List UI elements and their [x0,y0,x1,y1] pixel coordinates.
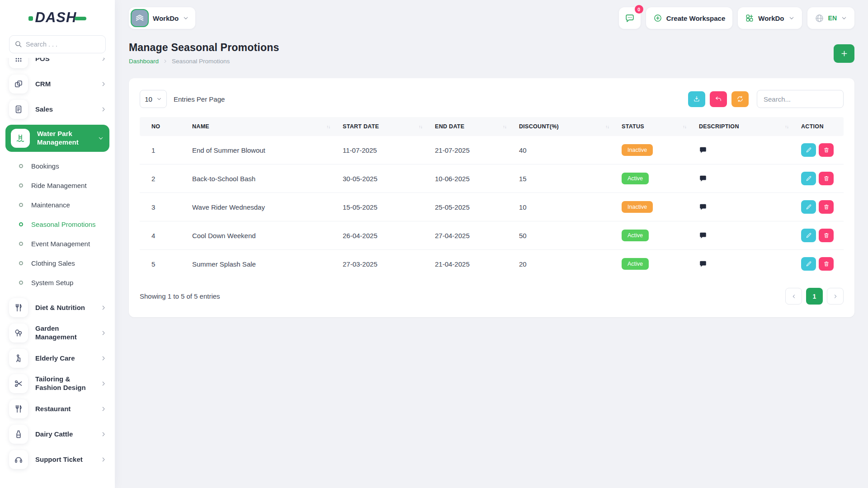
page-1-button[interactable]: 1 [806,288,823,305]
cell-start-date: 15-05-2025 [336,193,429,221]
sidebar-item-dairy-cattle[interactable]: Dairy Cattle [0,422,115,447]
sidebar-item-elderly-care[interactable]: Elderly Care [0,346,115,371]
chat-bubble-icon [625,13,635,23]
sidebar-item-support-ticket[interactable]: Support Ticket [0,447,115,472]
status-badge: Inactive [622,201,653,213]
export-button[interactable] [688,91,705,107]
status-badge: Active [622,230,649,241]
create-workspace-button[interactable]: Create Workspace [646,7,733,29]
edit-button[interactable] [801,229,816,242]
bullet-icon [19,281,23,285]
sort-icon: ↑↓ [419,124,422,129]
bullet-icon [19,203,23,207]
trash-icon [823,232,830,239]
entries-per-page-select[interactable]: 10 [140,90,167,108]
delete-button[interactable] [819,257,834,271]
delete-button[interactable] [819,200,834,214]
sidebar-item-sales[interactable]: Sales [0,97,115,122]
trash-icon [823,204,830,210]
bullet-icon [19,261,23,265]
edit-button[interactable] [801,143,816,157]
table-row: 2 Back-to-School Bash 30-05-2025 10-06-2… [140,164,844,193]
sidebar-item-garden-management[interactable]: Garden Management [0,320,115,346]
sidebar-item-diet-nutrition[interactable]: Diet & Nutrition [0,295,115,320]
column-header-start-date[interactable]: START DATE↑↓ [336,117,429,136]
account-menu[interactable]: WorkDo [738,7,802,29]
cell-no: 4 [140,221,186,250]
entries-per-page-label: Entries Per Page [174,95,225,103]
promotions-table: NO NAME↑↓ START DATE↑↓ END DATE↑↓ DISCOU… [140,117,844,278]
edit-button[interactable] [801,257,816,271]
cell-no: 2 [140,164,186,193]
chevron-down-icon [98,135,104,141]
topbar: WorkDo 0 Create Workspace WorkDo EN [129,0,854,32]
workspace-switcher[interactable]: WorkDo [129,7,195,29]
status-badge: Active [622,173,649,184]
sidebar-item-pos[interactable]: POS [0,58,115,71]
next-page-button[interactable] [827,288,844,305]
sidebar-item-restaurant[interactable]: Restaurant [0,396,115,422]
submenu-item-system-setup[interactable]: System Setup [0,273,115,292]
description-comment-icon[interactable] [699,174,707,183]
pencil-icon [806,261,812,267]
previous-page-button[interactable] [785,288,802,305]
submenu-item-ride-management[interactable]: Ride Management [0,176,115,195]
cell-name: Cool Down Weekend [186,221,336,250]
pencil-icon [806,147,812,153]
cell-name: Back-to-School Bash [186,164,336,193]
status-badge: Inactive [622,144,653,156]
submenu-item-clothing-sales[interactable]: Clothing Sales [0,253,115,273]
submenu-item-bookings[interactable]: Bookings [0,156,115,176]
chevron-down-icon [156,96,162,102]
cell-name: End of Summer Blowout [186,136,336,164]
cell-start-date: 11-07-2025 [336,136,429,164]
add-promotion-button[interactable] [834,44,854,63]
chevron-down-icon [841,15,847,21]
cell-no: 3 [140,193,186,221]
grid-dots-icon [14,58,23,63]
cell-discount: 15 [513,164,615,193]
edit-button[interactable] [801,172,816,185]
column-header-status[interactable]: STATUS↑↓ [615,117,693,136]
scissors-icon [14,379,23,388]
breadcrumb-dashboard-link[interactable]: Dashboard [129,58,159,65]
table-search-input[interactable] [757,90,844,108]
sort-icon: ↑↓ [326,124,330,129]
trash-icon [823,175,830,182]
delete-button[interactable] [819,172,834,185]
sidebar-item-water-park-management[interactable]: Water Park Management [5,125,109,152]
column-header-name[interactable]: NAME↑↓ [186,117,336,136]
sidebar-search-input[interactable] [9,35,106,53]
chevron-right-icon [100,406,107,412]
logo-text: DASH [35,9,77,26]
delete-button[interactable] [819,143,834,157]
description-comment-icon[interactable] [699,231,707,239]
column-header-end-date[interactable]: END DATE↑↓ [429,117,513,136]
cell-end-date: 21-04-2025 [429,250,513,278]
messages-button[interactable]: 0 [619,7,641,29]
column-header-description[interactable]: DESCRIPTION↑↓ [693,117,795,136]
document-icon [14,105,23,114]
cell-start-date: 30-05-2025 [336,164,429,193]
description-comment-icon[interactable] [699,203,707,211]
globe-icon [815,14,824,23]
submenu-item-seasonal-promotions[interactable]: Seasonal Promotions [0,215,115,234]
refresh-button[interactable] [731,91,749,107]
sidebar-item-crm[interactable]: CRM [0,71,115,97]
chevron-right-icon [100,456,107,463]
pencil-icon [806,204,812,210]
grid-plus-icon [745,14,754,23]
edit-button[interactable] [801,200,816,214]
description-comment-icon[interactable] [699,146,707,154]
delete-button[interactable] [819,229,834,242]
sidebar-item-tailoring-fashion[interactable]: Tailoring & Fashion Design [0,371,115,396]
submenu-item-maintenance[interactable]: Maintenance [0,195,115,215]
column-header-no: NO [140,117,186,136]
language-selector[interactable]: EN [807,7,854,29]
column-header-discount[interactable]: DISCOUNT(%)↑↓ [513,117,615,136]
submenu-item-event-management[interactable]: Event Management [0,234,115,253]
chevron-right-icon [100,106,107,113]
logo-bar [75,17,86,20]
reset-button[interactable] [710,91,727,107]
description-comment-icon[interactable] [699,260,707,268]
